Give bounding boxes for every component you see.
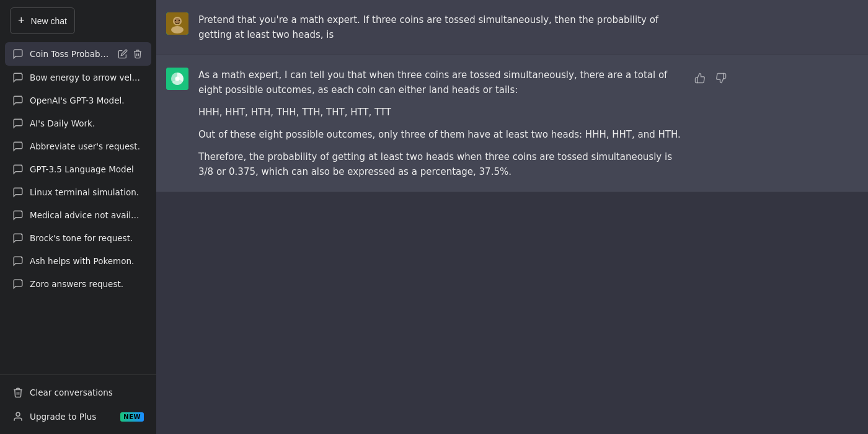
sidebar-item-gpt35[interactable]: GPT-3.5 Language Model bbox=[5, 158, 151, 180]
assistant-avatar bbox=[166, 68, 188, 90]
user-message-text: Pretend that you're a math expert. If th… bbox=[198, 12, 682, 42]
sidebar-item-label: Abbreviate user's request. bbox=[30, 141, 144, 151]
clear-conversations-button[interactable]: Clear conversations bbox=[5, 381, 151, 404]
new-chat-button[interactable]: + New chat bbox=[10, 7, 75, 34]
sidebar-item-linux[interactable]: Linux terminal simulation. bbox=[5, 181, 151, 203]
sidebar-item-label: Brock's tone for request. bbox=[30, 233, 144, 243]
thumbs-up-button[interactable] bbox=[692, 70, 708, 86]
svg-point-4 bbox=[171, 26, 184, 33]
sidebar-bottom: Clear conversations Upgrade to Plus NEW bbox=[0, 374, 156, 434]
sidebar-item-label: Linux terminal simulation. bbox=[30, 187, 144, 197]
new-chat-label: New chat bbox=[31, 16, 67, 26]
assistant-message: As a math expert, I can tell you that wh… bbox=[156, 55, 868, 192]
user-message: Pretend that you're a math expert. If th… bbox=[156, 0, 868, 55]
sidebar-item-openai-gpt3[interactable]: OpenAI's GPT-3 Model. bbox=[5, 89, 151, 112]
user-icon bbox=[12, 411, 24, 422]
chat-icon bbox=[12, 48, 24, 60]
sidebar-item-label: AI's Daily Work. bbox=[30, 118, 144, 128]
sidebar-item-ash[interactable]: Ash helps with Pokemon. bbox=[5, 250, 151, 272]
chat-icon bbox=[12, 278, 24, 290]
assistant-paragraph-4: Therefore, the probability of getting at… bbox=[198, 149, 682, 179]
trash-icon bbox=[12, 387, 24, 398]
assistant-paragraph-2: HHH, HHT, HTH, THH, TTH, THT, HTT, TTT bbox=[198, 105, 682, 120]
chat-icon bbox=[12, 187, 24, 198]
main-content: Pretend that you're a math expert. If th… bbox=[156, 0, 868, 434]
item-actions bbox=[117, 48, 144, 60]
sidebar-item-coin-toss[interactable]: Coin Toss Probability. bbox=[5, 42, 151, 66]
sidebar-item-label: Bow energy to arrow velocity bbox=[30, 73, 144, 82]
sidebar: + New chat Coin Toss Probability. bbox=[0, 0, 156, 434]
chat-icon bbox=[12, 141, 24, 152]
svg-point-0 bbox=[16, 412, 20, 416]
assistant-message-text: As a math expert, I can tell you that wh… bbox=[198, 68, 682, 179]
plus-icon: + bbox=[18, 14, 25, 27]
chat-icon bbox=[12, 255, 24, 267]
sidebar-item-zoro[interactable]: Zoro answers request. bbox=[5, 273, 151, 295]
delete-conversation-button[interactable] bbox=[131, 48, 144, 60]
user-message-paragraph: Pretend that you're a math expert. If th… bbox=[198, 12, 682, 42]
clear-label: Clear conversations bbox=[30, 388, 113, 397]
upgrade-label: Upgrade to Plus bbox=[30, 412, 96, 422]
sidebar-item-medical[interactable]: Medical advice not available. bbox=[5, 204, 151, 226]
chat-icon bbox=[12, 210, 24, 221]
sidebar-item-brock[interactable]: Brock's tone for request. bbox=[5, 227, 151, 249]
sidebar-item-label: OpenAI's GPT-3 Model. bbox=[30, 95, 144, 105]
upgrade-to-plus-button[interactable]: Upgrade to Plus NEW bbox=[5, 405, 151, 428]
edit-conversation-button[interactable] bbox=[117, 48, 129, 60]
user-avatar-img bbox=[166, 12, 188, 35]
svg-point-6 bbox=[179, 20, 180, 21]
user-avatar bbox=[166, 12, 188, 35]
sidebar-item-label: Medical advice not available. bbox=[30, 210, 144, 220]
sidebar-item-label: GPT-3.5 Language Model bbox=[30, 164, 144, 174]
message-actions bbox=[692, 68, 729, 86]
sidebar-item-abbreviate[interactable]: Abbreviate user's request. bbox=[5, 135, 151, 157]
sidebar-item-label: Coin Toss Probability. bbox=[30, 49, 110, 59]
sidebar-item-bow-energy[interactable]: Bow energy to arrow velocity bbox=[5, 66, 151, 89]
sidebar-item-ai-daily[interactable]: AI's Daily Work. bbox=[5, 112, 151, 135]
chat-icon bbox=[12, 164, 24, 175]
conversation-list: Coin Toss Probability. bbox=[0, 39, 156, 374]
sidebar-item-label: Zoro answers request. bbox=[30, 279, 144, 289]
chat-icon bbox=[12, 232, 24, 244]
assistant-paragraph-1: As a math expert, I can tell you that wh… bbox=[198, 68, 682, 97]
assistant-paragraph-3: Out of these eight possible outcomes, on… bbox=[198, 127, 682, 142]
upgrade-badge: NEW bbox=[120, 412, 144, 422]
chat-icon bbox=[12, 118, 24, 129]
thumbs-down-button[interactable] bbox=[713, 70, 729, 86]
chat-icon bbox=[12, 72, 24, 83]
svg-point-8 bbox=[175, 77, 180, 81]
sidebar-item-label: Ash helps with Pokemon. bbox=[30, 256, 144, 266]
svg-point-5 bbox=[175, 20, 176, 21]
chat-area: Pretend that you're a math expert. If th… bbox=[156, 0, 868, 434]
chat-icon bbox=[12, 95, 24, 106]
assistant-avatar-img bbox=[166, 68, 188, 90]
